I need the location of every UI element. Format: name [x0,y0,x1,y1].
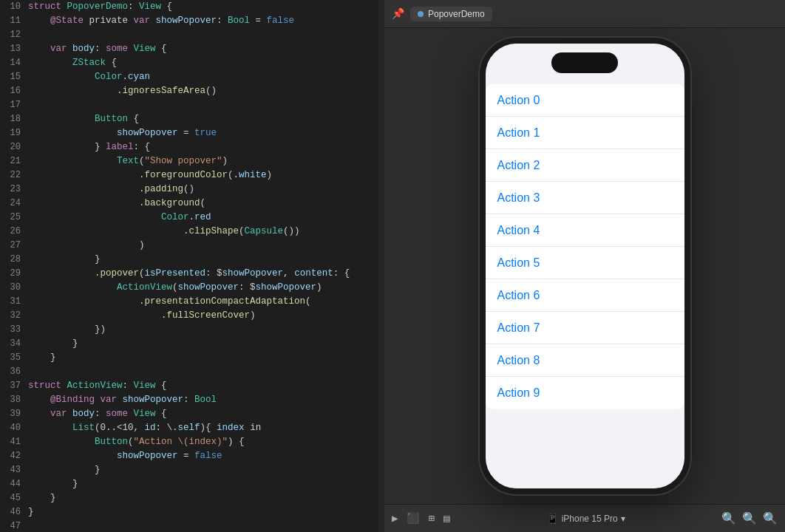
preview-topbar: 📌 PopoverDemo [384,0,785,28]
line-content [28,98,384,112]
code-line: 43 } [0,463,384,477]
line-content: @Binding var showPopover: Bool [28,393,384,407]
line-number: 14 [0,56,28,70]
line-number: 34 [0,337,28,351]
code-line: 39 var body: some View { [0,407,384,421]
line-number: 19 [0,126,28,140]
zoom-in-icon[interactable]: 🔍 [763,511,778,526]
line-number: 38 [0,393,28,407]
line-number: 15 [0,70,28,84]
pin-icon: 📌 [392,7,404,20]
line-content [28,519,384,532]
list-item[interactable]: Action 5 [486,247,684,279]
line-content: .popover(isPresented: $showPopover, cont… [28,267,384,281]
code-line: 22 .foregroundColor(.white) [0,168,384,183]
line-number: 28 [0,253,28,267]
line-content: ) [28,239,384,253]
line-content: } [28,253,384,267]
list-item[interactable]: Action 7 [486,312,684,344]
list-item[interactable]: Action 1 [486,117,684,149]
line-content: ActionView(showPopover: $showPopover) [28,281,384,295]
list-item[interactable]: Action 3 [486,182,684,214]
list-item[interactable]: Action 8 [486,344,684,377]
code-line: 44 } [0,477,384,491]
list-item[interactable]: Action 4 [486,214,684,247]
line-content: var body: some View { [28,407,384,421]
action-label: Action 7 [497,321,540,335]
code-line: 19 showPopover = true [0,126,384,140]
code-line: 14 ZStack { [0,56,384,70]
layout-icon[interactable]: ▤ [444,512,449,525]
line-content: struct PopoverDemo: View { [28,0,384,14]
code-line: 41 Button("Action \(index)") { [0,435,384,449]
zoom-reset-icon[interactable]: 🔍 [742,511,757,526]
action-label: Action 9 [497,386,540,400]
line-number: 20 [0,140,28,154]
line-content: Text("Show popover") [28,154,384,168]
line-number: 29 [0,267,28,281]
line-number: 26 [0,225,28,239]
stop-icon[interactable]: ⬛ [407,512,419,525]
list-item[interactable]: Action 2 [486,149,684,182]
line-content: List(0..<10, id: \.self){ index in [28,421,384,435]
tab-label: PopoverDemo [428,9,485,19]
grid-icon[interactable]: ⊞ [428,512,434,525]
line-number: 35 [0,351,28,365]
action-list: Action 0Action 1Action 2Action 3Action 4… [486,84,684,409]
popover-demo-tab[interactable]: PopoverDemo [410,7,492,21]
editor-scrollbar[interactable] [378,0,384,532]
line-content: .presentationCompactAdaptation( [28,295,384,309]
code-line: 35 } [0,351,384,365]
line-number: 40 [0,421,28,435]
preview-panel: 📌 PopoverDemo Action 0Action 1Action 2Ac… [384,0,785,532]
line-content: Button("Action \(index)") { [28,435,384,449]
code-editor[interactable]: 10struct PopoverDemo: View {11 @State pr… [0,0,384,532]
line-number: 43 [0,463,28,477]
list-item[interactable]: Action 6 [486,279,684,312]
phone-container: Action 0Action 1Action 2Action 3Action 4… [480,28,690,504]
line-content: } label: { [28,140,384,154]
line-content: .background( [28,197,384,211]
zoom-out-icon[interactable]: 🔍 [721,511,736,526]
line-number: 30 [0,281,28,295]
line-number: 32 [0,309,28,323]
line-content: } [28,477,384,491]
line-number: 24 [0,197,28,211]
line-content: ZStack { [28,56,384,70]
list-item[interactable]: Action 9 [486,377,684,409]
code-line: 26 .clipShape(Capsule()) [0,225,384,239]
list-item[interactable]: Action 0 [486,84,684,117]
code-line: 31 .presentationCompactAdaptation( [0,295,384,309]
code-line: 34 } [0,337,384,351]
line-number: 21 [0,154,28,168]
line-content: struct ActionView: View { [28,379,384,393]
line-number: 17 [0,98,28,112]
line-number: 23 [0,183,28,197]
code-line: 45 } [0,491,384,505]
code-line: 46} [0,505,384,519]
line-content: var body: some View { [28,42,384,56]
run-icon[interactable]: ▶ [392,512,398,525]
code-line: 21 Text("Show popover") [0,154,384,168]
line-content: .foregroundColor(.white) [28,168,384,183]
line-number: 22 [0,168,28,183]
line-number: 42 [0,449,28,463]
code-line: 15 Color.cyan [0,70,384,84]
line-content: } [28,351,384,365]
code-line: 37struct ActionView: View { [0,379,384,393]
phone-mockup: Action 0Action 1Action 2Action 3Action 4… [480,38,690,494]
action-label: Action 4 [497,224,540,237]
code-line: 25 Color.red [0,211,384,225]
preview-bottom: ▶ ⬛ ⊞ ▤ 📱 iPhone 15 Pro ▾ 🔍 🔍 🔍 [384,504,785,532]
code-line: 12 [0,28,384,42]
code-line: 13 var body: some View { [0,42,384,56]
line-number: 11 [0,14,28,28]
device-selector[interactable]: 📱 iPhone 15 Pro ▾ [546,513,625,525]
line-content: showPopover = true [28,126,384,140]
line-content: } [28,463,384,477]
line-number: 16 [0,84,28,98]
line-number: 25 [0,211,28,225]
line-number: 13 [0,42,28,56]
line-number: 31 [0,295,28,309]
line-content: .padding() [28,183,384,197]
